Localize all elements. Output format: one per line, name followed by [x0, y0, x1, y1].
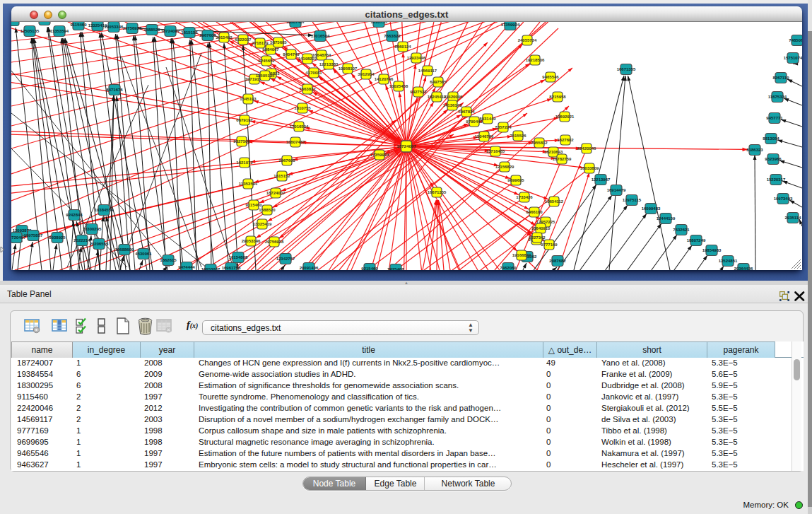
svg-text:1527602: 1527602 [557, 138, 574, 142]
svg-text:20206555: 20206555 [90, 242, 109, 246]
svg-text:12923446: 12923446 [407, 56, 426, 60]
svg-text:7663822: 7663822 [384, 34, 401, 38]
svg-text:18640910: 18640910 [531, 226, 551, 230]
svg-text:10807487: 10807487 [286, 140, 305, 144]
svg-text:1810755: 1810755 [294, 106, 311, 110]
svg-text:14569117: 14569117 [418, 69, 437, 73]
svg-text:1615152: 1615152 [181, 30, 198, 35]
svg-text:5967834: 5967834 [458, 110, 475, 114]
svg-text:1810755: 1810755 [370, 22, 387, 24]
svg-text:9699695: 9699695 [507, 178, 524, 182]
svg-text:2967608: 2967608 [199, 33, 216, 37]
svg-text:1545193: 1545193 [11, 22, 22, 23]
svg-text:12213383: 12213383 [319, 62, 339, 66]
svg-text:7955812: 7955812 [531, 141, 548, 145]
svg-text:9115460: 9115460 [245, 203, 262, 207]
svg-text:10654112: 10654112 [545, 199, 564, 204]
svg-text:17016504: 17016504 [311, 34, 330, 38]
svg-text:29053346: 29053346 [242, 239, 261, 243]
svg-text:9245652: 9245652 [258, 59, 275, 63]
svg-text:8267110: 8267110 [772, 76, 789, 80]
svg-text:8471676: 8471676 [106, 88, 123, 92]
svg-text:7663822: 7663822 [299, 87, 316, 91]
svg-text:1615152: 1615152 [273, 174, 290, 178]
svg-text:7632621: 7632621 [673, 228, 690, 232]
svg-text:2087682: 2087682 [549, 259, 566, 263]
svg-text:5875685: 5875685 [270, 40, 287, 45]
svg-text:6679197: 6679197 [236, 118, 253, 122]
svg-text:6466160: 6466160 [526, 210, 543, 214]
svg-text:13325419: 13325419 [253, 222, 272, 226]
svg-text:8186323: 8186323 [746, 148, 763, 152]
svg-text:19218506: 19218506 [526, 58, 545, 62]
svg-text:10958107: 10958107 [339, 66, 358, 71]
svg-text:15751074: 15751074 [784, 56, 802, 60]
svg-text:8938925: 8938925 [49, 235, 66, 240]
svg-text:19975857: 19975857 [24, 233, 43, 238]
svg-text:16154808: 16154808 [229, 255, 248, 259]
svg-text:1588520: 1588520 [259, 208, 276, 212]
svg-text:9457771: 9457771 [766, 116, 783, 120]
svg-text:10973493: 10973493 [774, 197, 793, 201]
svg-text:19384554: 19384554 [95, 208, 114, 212]
svg-text:16099483: 16099483 [642, 206, 661, 211]
svg-text:24055724: 24055724 [518, 38, 537, 42]
svg-text:7357224: 7357224 [495, 125, 512, 129]
svg-text:29053346: 29053346 [105, 25, 124, 29]
svg-text:12156829: 12156829 [495, 165, 514, 169]
svg-text:4170081: 4170081 [305, 71, 322, 75]
svg-text:10807487: 10807487 [286, 22, 305, 24]
svg-text:7485063: 7485063 [789, 38, 802, 42]
svg-text:6497565: 6497565 [430, 80, 447, 84]
svg-text:22420046: 22420046 [577, 146, 596, 151]
svg-text:11353594: 11353594 [50, 29, 69, 33]
svg-text:8813054: 8813054 [763, 136, 779, 141]
svg-text:12444159: 12444159 [657, 216, 676, 221]
svg-text:18724007: 18724007 [266, 191, 286, 195]
svg-text:11353594: 11353594 [239, 182, 258, 186]
svg-text:9777169: 9777169 [541, 243, 558, 247]
svg-text:13524851: 13524851 [719, 259, 738, 263]
svg-text:9215460: 9215460 [361, 267, 378, 270]
svg-text:2967608: 2967608 [278, 158, 295, 163]
svg-text:19166822: 19166822 [512, 253, 531, 257]
svg-text:6322037: 6322037 [235, 37, 252, 42]
svg-text:12213967: 12213967 [592, 177, 611, 182]
svg-text:14136141: 14136141 [443, 103, 462, 107]
svg-text:7462060: 7462060 [500, 266, 517, 270]
svg-text:16782759: 16782759 [553, 157, 572, 161]
svg-text:12505135: 12505135 [256, 74, 275, 78]
svg-text:10653267: 10653267 [201, 267, 220, 270]
svg-text:20091406: 20091406 [300, 266, 319, 270]
svg-text:16648764: 16648764 [312, 53, 331, 57]
svg-text:9084067: 9084067 [262, 47, 279, 52]
svg-text:17359924: 17359924 [370, 153, 389, 157]
svg-text:15046766: 15046766 [475, 134, 494, 139]
svg-text:9323966: 9323966 [765, 157, 782, 161]
svg-text:8031440: 8031440 [479, 117, 496, 121]
svg-text:16671355: 16671355 [617, 67, 636, 71]
svg-text:16210643: 16210643 [544, 150, 563, 154]
svg-text:8215958: 8215958 [549, 95, 566, 99]
svg-text:9242848: 9242848 [66, 213, 83, 217]
svg-text:17016504: 17016504 [290, 124, 309, 129]
svg-text:10025458: 10025458 [389, 84, 408, 88]
svg-text:1545193: 1545193 [240, 97, 257, 101]
svg-text:2522214: 2522214 [73, 238, 90, 243]
svg-text:29756928: 29756928 [123, 26, 142, 30]
svg-text:12975115: 12975115 [623, 198, 642, 202]
svg-text:14120746: 14120746 [375, 77, 394, 81]
svg-text:9474444: 9474444 [178, 265, 195, 269]
svg-text:16961758: 16961758 [222, 266, 241, 270]
svg-text:29756928: 29756928 [265, 240, 284, 244]
svg-text:16033809: 16033809 [580, 166, 599, 170]
svg-text:2718179: 2718179 [252, 41, 269, 45]
svg-text:7625402: 7625402 [387, 267, 404, 270]
svg-text:15692921: 15692921 [555, 115, 575, 119]
svg-text:17359924: 17359924 [501, 23, 520, 27]
svg-text:9115460: 9115460 [70, 23, 87, 27]
svg-text:1588520: 1588520 [143, 28, 160, 32]
svg-text:20364436: 20364436 [734, 267, 753, 270]
svg-text:2935114: 2935114 [784, 216, 801, 220]
svg-text:3912954: 3912954 [358, 72, 375, 76]
